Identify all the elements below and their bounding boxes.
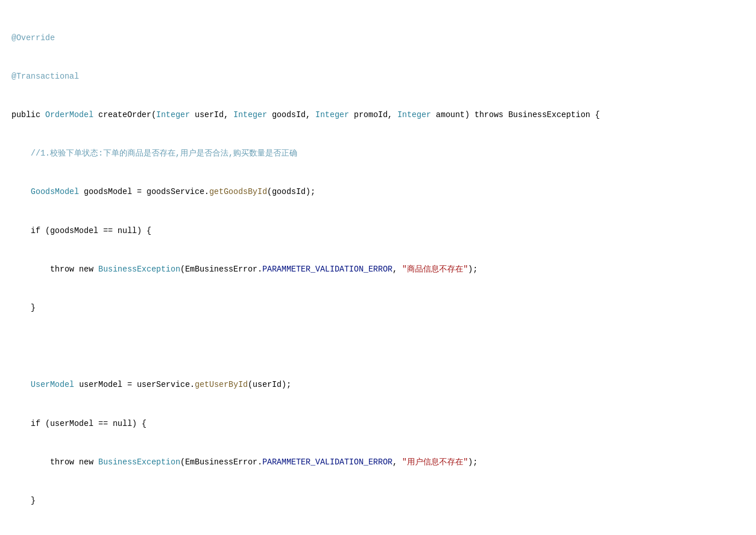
line-5: GoodsModel goodsModel = goodsService.get… — [11, 185, 745, 198]
line-7: throw new BusinessException(EmBusinessEr… — [11, 263, 745, 276]
line-2: @Transactional — [11, 70, 745, 83]
line-9 — [11, 340, 745, 352]
line-3: public OrderModel createOrder(Integer us… — [11, 108, 745, 121]
line-13: } — [11, 494, 745, 507]
line-11: if (userModel == null) { — [11, 417, 745, 430]
line-1: @Override — [11, 32, 745, 44]
annotation-override: @Override — [11, 33, 55, 42]
line-4: //1.校验下单状态:下单的商品是否存在,用户是否合法,购买数量是否正确 — [11, 147, 745, 160]
line-6: if (goodsModel == null) { — [11, 224, 745, 237]
annotation-transactional: @Transactional — [11, 72, 79, 81]
line-8: } — [11, 301, 745, 314]
line-14 — [11, 533, 745, 535]
line-10: UserModel userModel = userService.getUse… — [11, 378, 745, 391]
line-12: throw new BusinessException(EmBusinessEr… — [11, 456, 745, 468]
code-editor: @Override @Transactional public OrderMod… — [11, 6, 745, 535]
